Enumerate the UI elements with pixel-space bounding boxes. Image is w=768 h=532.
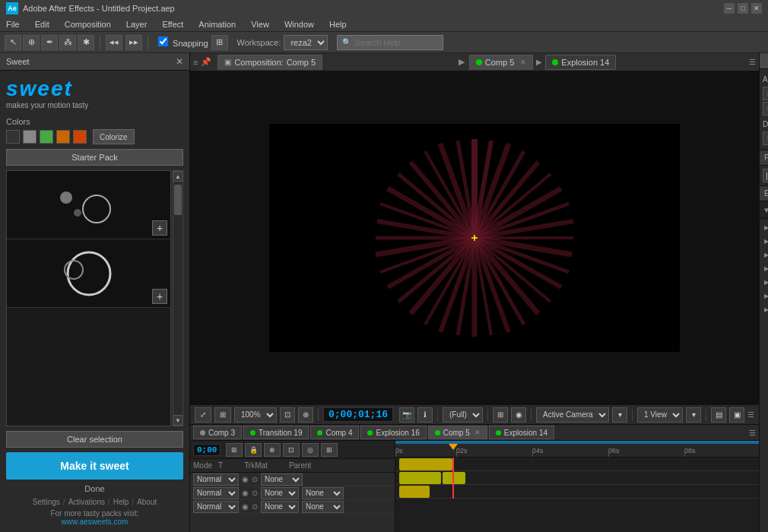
viewer-more-btn[interactable]: ▣ (729, 407, 744, 423)
viewer-expand-btn[interactable]: ⤢ (195, 407, 211, 423)
preset-add-btn-1[interactable]: + (152, 220, 167, 236)
make-it-sweet-button[interactable]: Make it sweet (6, 452, 183, 480)
dist-left-btn[interactable]: ⊞ (763, 131, 768, 145)
row2-trkmat-select[interactable]: None (261, 487, 299, 499)
tool-hand[interactable]: ✱ (78, 35, 94, 50)
preset-add-btn-2[interactable]: + (152, 289, 167, 304)
row2-lock-icon[interactable]: ⊙ (252, 489, 258, 497)
viewer-fit-btn[interactable]: ⊡ (280, 407, 295, 423)
viewer-info-btn[interactable]: ℹ (417, 407, 433, 423)
comp-expand-icon[interactable]: ≡ (193, 58, 198, 67)
track-clip-2b[interactable] (443, 472, 465, 484)
comp-tab-arrow[interactable]: ▶ (535, 58, 544, 66)
scroll-thumb[interactable] (174, 185, 182, 215)
tool-nav-right[interactable]: ▸▸ (125, 35, 142, 50)
track-clip-2a[interactable] (399, 472, 441, 484)
maximize-btn[interactable]: □ (738, 3, 748, 14)
comp5tl-close[interactable]: ✕ (474, 429, 481, 436)
menu-layer[interactable]: Layer (123, 20, 151, 29)
effect-bcc8-color[interactable]: ▶ BCC8 Co...& Tone (761, 302, 768, 316)
menu-composition[interactable]: Composition (62, 20, 114, 29)
snapping-checkbox[interactable] (158, 36, 168, 46)
menu-help[interactable]: Help (326, 20, 350, 29)
activations-link[interactable]: Activations (68, 498, 105, 506)
menu-edit[interactable]: Edit (32, 20, 52, 29)
camera-select[interactable]: Active Camera (536, 407, 609, 423)
viewer-area[interactable] (190, 71, 759, 404)
comp5-close[interactable]: ✕ (520, 59, 526, 66)
row2-eye-icon[interactable]: ◉ (242, 489, 249, 497)
viewer-cam-down[interactable]: ▾ (612, 407, 627, 423)
viewer-cam-btn[interactable]: 📷 (399, 407, 414, 423)
timeline-tab-explosion16[interactable]: Explosion 16 (360, 426, 426, 439)
quality-select[interactable]: (Full) (443, 407, 483, 423)
tc-btn-4[interactable]: ⊡ (283, 443, 300, 457)
tool-select[interactable]: ↖ (5, 35, 21, 50)
tc-btn-6[interactable]: ⊞ (321, 443, 338, 457)
tc-btn-3[interactable]: ⊕ (264, 443, 281, 457)
starter-pack-button[interactable]: Starter Pack (6, 149, 183, 166)
workspace-select[interactable]: reza2 (284, 35, 328, 50)
snap-options-btn[interactable]: ⊞ (211, 35, 228, 50)
effect-bcc8-3d[interactable]: ▶ BCC8 3D...ects (761, 261, 768, 275)
about-link[interactable]: About (137, 498, 157, 506)
tc-btn-5[interactable]: ◎ (302, 443, 319, 457)
timeline-overflow[interactable]: ☰ (749, 429, 756, 437)
search-input[interactable] (354, 38, 438, 47)
tc-btn-1[interactable]: ⊞ (226, 443, 243, 457)
color-swatch-5[interactable] (73, 130, 87, 144)
help-link[interactable]: Help (113, 498, 129, 506)
timeline-tab-comp5[interactable]: Comp 5 ✕ (428, 426, 487, 439)
tool-shape[interactable]: ⁂ (59, 35, 76, 50)
view-select[interactable]: 1 View (637, 407, 683, 423)
clear-selection-button[interactable]: Clear selection (6, 431, 183, 448)
zoom-select[interactable]: 100% (234, 407, 277, 423)
menu-animation[interactable]: Animation (195, 20, 239, 29)
playhead[interactable] (452, 458, 454, 499)
tool-pen[interactable]: ✒ (41, 35, 58, 50)
timeline-tab-transition19[interactable]: Transition 19 (243, 426, 309, 439)
viewer-grid2-btn[interactable]: ⊞ (493, 407, 508, 423)
colorize-button[interactable]: Colorize (93, 129, 135, 144)
viewer-color-btn[interactable]: ◉ (511, 407, 526, 423)
settings-link[interactable]: Settings (33, 498, 60, 506)
right-tab-info[interactable]: Info (760, 53, 768, 68)
viewer-overflow[interactable]: ☰ (747, 410, 754, 419)
scroll-down-btn[interactable]: ▼ (173, 415, 183, 426)
tool-anchor[interactable]: ⊕ (23, 35, 40, 50)
track-clip-1a[interactable] (399, 458, 452, 470)
comp-tab-comp5[interactable]: Comp 5 ✕ (469, 55, 534, 70)
tool-nav-left[interactable]: ◂◂ (106, 35, 122, 50)
close-btn-win[interactable]: ✕ (751, 3, 762, 14)
row3-trkmat-select[interactable]: None (261, 501, 299, 513)
row3-parent-select[interactable]: None (302, 501, 344, 513)
row1-eye-icon[interactable]: ◉ (242, 475, 249, 483)
row1-mode-select[interactable]: Normal (193, 473, 239, 486)
comp-pin-icon[interactable]: 📌 (201, 57, 211, 67)
row1-lock-icon[interactable]: ⊙ (252, 475, 258, 483)
color-swatch-3[interactable] (40, 130, 53, 144)
effect-anima-presets[interactable]: ▶ * Anima...Presets (761, 220, 768, 234)
color-swatch-4[interactable] (56, 130, 70, 144)
preset-item-1[interactable]: + (7, 171, 170, 239)
row2-mode-select[interactable]: Normal (193, 487, 239, 499)
effect-bcc8-blur[interactable]: ▶ BCC8 Bl...harpen (761, 289, 768, 302)
viewer-grid-btn[interactable]: ⊞ (214, 407, 231, 423)
menu-file[interactable]: File (3, 20, 23, 29)
row1-parent-select[interactable]: None (261, 473, 303, 486)
comp-overflow-icon[interactable]: ☰ (749, 58, 756, 66)
tc-btn-2[interactable]: 🔒 (245, 443, 262, 457)
sweet-close-btn[interactable]: ✕ (176, 56, 183, 67)
comp-tab-explosion14[interactable]: Explosion 14 (545, 55, 616, 70)
track-clip-3a[interactable] (399, 486, 430, 498)
preset-item-2[interactable]: + (7, 239, 170, 308)
viewer-zoom-btn[interactable]: ⊕ (298, 407, 313, 423)
viewer-view-down[interactable]: ▾ (686, 407, 701, 423)
effect-3d-channel[interactable]: ▶ 3D Channel (761, 234, 768, 248)
preview-first-btn[interactable]: |◂ (763, 169, 768, 182)
visit-link[interactable]: www.aesweets.com (62, 518, 129, 526)
align-vmid-btn[interactable]: ⊞ (763, 102, 768, 116)
menu-window[interactable]: Window (281, 20, 317, 29)
timeline-tab-explosion14[interactable]: Explosion 14 (489, 426, 554, 439)
row3-mode-select[interactable]: Normal (193, 501, 239, 513)
